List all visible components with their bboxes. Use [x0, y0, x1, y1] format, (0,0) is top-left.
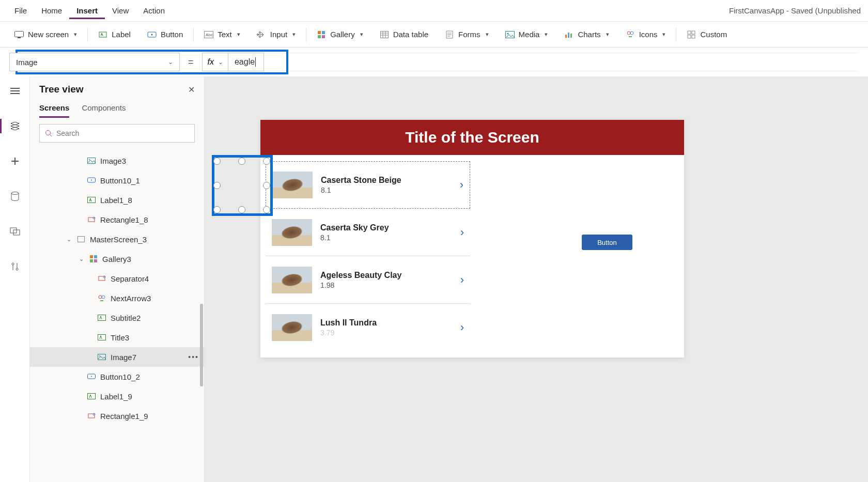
gallery[interactable]: Caserta Stone Beige 8.1 › Caserta Sky Gr…: [266, 161, 470, 351]
tree-item-subtitle2[interactable]: Subtitle2: [30, 308, 204, 328]
scrollbar-thumb[interactable]: [200, 304, 203, 386]
gallery-row[interactable]: Caserta Sky Grey 8.1 ›: [266, 209, 470, 256]
resize-handle[interactable]: [263, 182, 270, 189]
ribbon-input[interactable]: Input ▾: [250, 27, 303, 42]
svg-rect-66: [98, 335, 106, 340]
chevron-right-icon[interactable]: ›: [460, 178, 463, 192]
rail-media[interactable]: [5, 221, 25, 242]
ribbon-custom[interactable]: Custom: [679, 27, 734, 42]
ribbon-icons[interactable]: Icons ▾: [618, 27, 673, 42]
tree-item-masterscreen3[interactable]: ⌄ MasterScreen_3: [30, 229, 204, 249]
svg-point-29: [630, 32, 633, 35]
chevron-right-icon[interactable]: ›: [460, 321, 464, 334]
tree-item-image3[interactable]: Image3: [30, 151, 204, 170]
tree-item-label1-9[interactable]: Label1_9: [30, 386, 204, 406]
tree-label: Label1_8: [100, 196, 132, 205]
ribbon-new-screen[interactable]: New screen ▾: [7, 27, 84, 42]
svg-rect-55: [78, 237, 85, 242]
ribbon-forms-label: Forms: [458, 30, 481, 39]
tree-item-title3[interactable]: Title3: [30, 328, 204, 347]
tree-item-image7[interactable]: Image7 •••: [30, 347, 204, 367]
svg-rect-60: [99, 276, 105, 281]
fx-button[interactable]: fx ⌄: [202, 53, 228, 71]
gallery-image[interactable]: [272, 172, 313, 198]
tree-search[interactable]: Search: [39, 124, 195, 143]
gallery-row[interactable]: Lush II Tundra 3.79 ›: [266, 304, 470, 351]
menu-action[interactable]: Action: [136, 2, 172, 19]
ribbon-media[interactable]: Media ▾: [498, 27, 555, 42]
gallery-row[interactable]: Caserta Stone Beige 8.1 ›: [266, 161, 470, 209]
tree-item-separator4[interactable]: Separator4: [30, 269, 204, 288]
gallery-image[interactable]: [272, 219, 312, 246]
ribbon-label[interactable]: Label: [91, 27, 138, 42]
left-rail: [0, 76, 30, 482]
rail-tools[interactable]: [5, 256, 25, 277]
resize-handle[interactable]: [238, 158, 245, 165]
chevron-down-icon[interactable]: ⌄: [65, 236, 72, 243]
search-placeholder: Search: [56, 129, 79, 137]
screen-title-bar[interactable]: Title of the Screen: [260, 120, 684, 155]
gallery-image[interactable]: [272, 267, 312, 293]
canvas[interactable]: Title of the Screen Caserta Stone Beige …: [205, 76, 868, 482]
tree-item-label1-8[interactable]: Label1_8: [30, 190, 204, 210]
ribbon-gallery-label: Gallery: [330, 30, 355, 39]
gallery-text: Caserta Sky Grey 8.1: [320, 223, 452, 242]
chevron-down-icon[interactable]: ⌄: [78, 256, 85, 262]
chevron-down-icon: ▾: [360, 31, 363, 38]
rail-insert[interactable]: [5, 151, 25, 172]
tree-item-gallery3[interactable]: ⌄ Gallery3: [30, 249, 204, 269]
tree-item-button10-2[interactable]: Button10_2: [30, 367, 204, 386]
resize-handle[interactable]: [213, 182, 221, 189]
resize-handle[interactable]: [213, 158, 221, 165]
menu-view[interactable]: View: [105, 2, 136, 19]
rectangle-icon: [87, 411, 96, 421]
ribbon-charts[interactable]: Charts ▾: [557, 27, 616, 42]
ribbon-text[interactable]: Abc Text ▾: [197, 27, 247, 42]
ribbon-custom-label: Custom: [700, 30, 727, 39]
resize-handle[interactable]: [238, 206, 245, 213]
chevron-right-icon[interactable]: ›: [460, 273, 464, 287]
rail-hamburger[interactable]: [5, 81, 25, 101]
svg-rect-11: [322, 31, 325, 34]
resize-handle[interactable]: [263, 158, 270, 165]
svg-rect-10: [318, 31, 321, 34]
gallery-row[interactable]: Ageless Beauty Clay 1.98 ›: [266, 256, 470, 304]
svg-point-44: [16, 268, 18, 270]
formula-rest[interactable]: [264, 53, 859, 71]
ribbon-forms[interactable]: Forms ▾: [438, 27, 496, 42]
tree-label: Image7: [111, 353, 136, 362]
tab-screens[interactable]: Screens: [39, 103, 69, 118]
gallery-image[interactable]: [272, 314, 312, 341]
tree-item-button10-1[interactable]: Button10_1: [30, 170, 204, 190]
resize-handle[interactable]: [263, 206, 270, 213]
ribbon-button[interactable]: Button: [140, 27, 190, 42]
chevron-down-icon: ▾: [486, 31, 489, 38]
more-icon[interactable]: •••: [188, 353, 199, 361]
rail-tree-view[interactable]: [5, 116, 25, 136]
rail-data[interactable]: [5, 186, 25, 207]
media-icon: [505, 30, 515, 39]
ribbon-datatable[interactable]: Data table: [373, 27, 436, 42]
resize-handle[interactable]: [213, 206, 221, 213]
close-icon[interactable]: ✕: [188, 85, 195, 95]
tree-item-rectangle1-8[interactable]: Rectangle1_8: [30, 210, 204, 229]
svg-rect-27: [570, 34, 572, 38]
menu-file[interactable]: File: [7, 2, 34, 19]
screen-icon: [14, 30, 24, 39]
screen-frame[interactable]: Title of the Screen Caserta Stone Beige …: [260, 120, 684, 357]
ribbon-gallery[interactable]: Gallery ▾: [309, 27, 370, 42]
tree-item-nextarrow3[interactable]: NextArrow3: [30, 288, 204, 308]
tab-components[interactable]: Components: [82, 103, 126, 118]
svg-rect-33: [692, 35, 695, 38]
formula-input[interactable]: eagle: [228, 53, 264, 71]
tree-label: Button10_2: [100, 372, 140, 381]
tree-label: Button10_1: [100, 176, 140, 185]
property-selector[interactable]: Image ⌄: [9, 53, 180, 71]
ribbon-input-label: Input: [270, 30, 287, 39]
chevron-down-icon: ▾: [74, 31, 77, 38]
chevron-right-icon[interactable]: ›: [460, 226, 464, 239]
menu-insert[interactable]: Insert: [69, 2, 105, 19]
tree-item-rectangle1-9[interactable]: Rectangle1_9: [30, 406, 204, 426]
canvas-button[interactable]: Button: [582, 235, 632, 250]
menu-home[interactable]: Home: [34, 2, 69, 19]
